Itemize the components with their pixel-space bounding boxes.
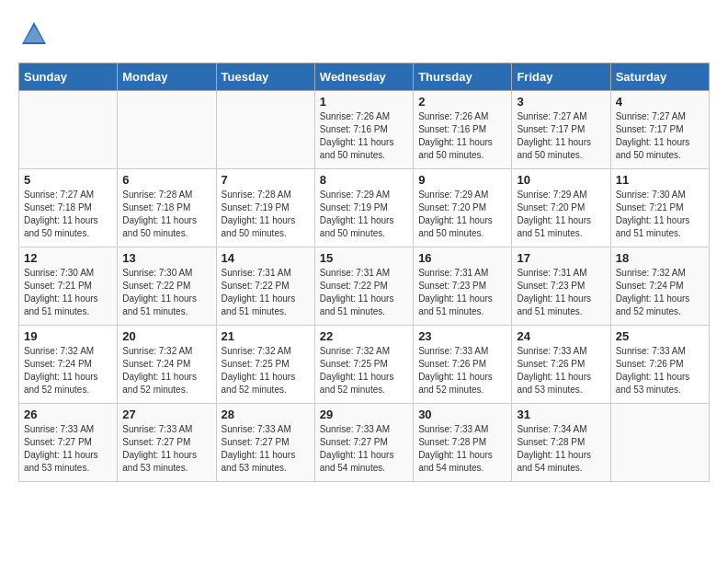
calendar-cell: 20Sunrise: 7:32 AMSunset: 7:24 PMDayligh…: [118, 326, 216, 404]
calendar-cell: 17Sunrise: 7:31 AMSunset: 7:23 PMDayligh…: [512, 247, 610, 326]
calendar-week-3: 12Sunrise: 7:30 AMSunset: 7:21 PMDayligh…: [19, 247, 710, 326]
calendar-cell: 27Sunrise: 7:33 AMSunset: 7:27 PMDayligh…: [118, 404, 216, 482]
calendar-cell: 16Sunrise: 7:31 AMSunset: 7:23 PMDayligh…: [414, 247, 512, 326]
calendar-cell: [118, 91, 216, 169]
weekday-saturday: Saturday: [610, 63, 709, 91]
day-info: Sunrise: 7:29 AMSunset: 7:20 PMDaylight:…: [517, 189, 605, 240]
calendar-cell: 2Sunrise: 7:26 AMSunset: 7:16 PMDaylight…: [414, 91, 512, 169]
day-number: 4: [616, 95, 704, 109]
calendar-cell: 7Sunrise: 7:28 AMSunset: 7:19 PMDaylight…: [216, 169, 314, 247]
day-info: Sunrise: 7:31 AMSunset: 7:23 PMDaylight:…: [517, 267, 605, 318]
day-info: Sunrise: 7:33 AMSunset: 7:26 PMDaylight:…: [616, 345, 704, 396]
day-info: Sunrise: 7:26 AMSunset: 7:16 PMDaylight:…: [418, 110, 506, 162]
calendar-cell: 22Sunrise: 7:32 AMSunset: 7:25 PMDayligh…: [314, 326, 413, 404]
day-info: Sunrise: 7:28 AMSunset: 7:18 PMDaylight:…: [122, 189, 210, 240]
day-number: 6: [122, 173, 210, 187]
day-number: 30: [418, 408, 506, 421]
calendar-cell: 25Sunrise: 7:33 AMSunset: 7:26 PMDayligh…: [610, 326, 709, 404]
weekday-thursday: Thursday: [414, 63, 512, 91]
logo: [18, 18, 53, 53]
day-number: 25: [616, 329, 704, 343]
day-info: Sunrise: 7:29 AMSunset: 7:19 PMDaylight:…: [320, 189, 408, 240]
day-info: Sunrise: 7:32 AMSunset: 7:24 PMDaylight:…: [24, 345, 112, 396]
calendar-cell: 11Sunrise: 7:30 AMSunset: 7:21 PMDayligh…: [610, 169, 709, 247]
day-info: Sunrise: 7:33 AMSunset: 7:27 PMDaylight:…: [320, 423, 408, 475]
weekday-sunday: Sunday: [19, 63, 118, 91]
calendar-table: SundayMondayTuesdayWednesdayThursdayFrid…: [18, 63, 710, 482]
calendar-week-2: 5Sunrise: 7:27 AMSunset: 7:18 PMDaylight…: [19, 169, 710, 247]
day-info: Sunrise: 7:32 AMSunset: 7:25 PMDaylight:…: [222, 345, 310, 396]
logo-icon: [18, 18, 50, 50]
day-info: Sunrise: 7:33 AMSunset: 7:27 PMDaylight:…: [24, 423, 112, 475]
calendar-body: 1Sunrise: 7:26 AMSunset: 7:16 PMDaylight…: [19, 91, 710, 482]
day-info: Sunrise: 7:32 AMSunset: 7:24 PMDaylight:…: [122, 345, 210, 396]
calendar-week-4: 19Sunrise: 7:32 AMSunset: 7:24 PMDayligh…: [19, 326, 710, 404]
day-number: 29: [320, 408, 408, 421]
calendar-cell: 30Sunrise: 7:33 AMSunset: 7:28 PMDayligh…: [414, 404, 512, 482]
day-info: Sunrise: 7:31 AMSunset: 7:22 PMDaylight:…: [222, 267, 310, 318]
day-number: 23: [418, 329, 506, 343]
day-number: 28: [222, 408, 310, 421]
day-info: Sunrise: 7:31 AMSunset: 7:22 PMDaylight:…: [320, 267, 408, 318]
day-info: Sunrise: 7:27 AMSunset: 7:18 PMDaylight:…: [24, 189, 112, 240]
day-number: 19: [24, 329, 112, 343]
svg-marker-1: [24, 26, 44, 42]
day-info: Sunrise: 7:27 AMSunset: 7:17 PMDaylight:…: [616, 110, 704, 162]
calendar-cell: 19Sunrise: 7:32 AMSunset: 7:24 PMDayligh…: [19, 326, 118, 404]
calendar-cell: 18Sunrise: 7:32 AMSunset: 7:24 PMDayligh…: [610, 247, 709, 326]
calendar-cell: 28Sunrise: 7:33 AMSunset: 7:27 PMDayligh…: [216, 404, 314, 482]
day-info: Sunrise: 7:26 AMSunset: 7:16 PMDaylight:…: [320, 110, 408, 162]
day-number: 20: [122, 329, 210, 343]
calendar-cell: 23Sunrise: 7:33 AMSunset: 7:26 PMDayligh…: [414, 326, 512, 404]
page-header: [18, 18, 710, 53]
calendar-cell: 6Sunrise: 7:28 AMSunset: 7:18 PMDaylight…: [118, 169, 216, 247]
day-info: Sunrise: 7:33 AMSunset: 7:26 PMDaylight:…: [418, 345, 506, 396]
day-number: 16: [418, 251, 506, 265]
day-info: Sunrise: 7:33 AMSunset: 7:26 PMDaylight:…: [517, 345, 605, 396]
day-number: 2: [418, 95, 506, 109]
calendar-cell: 10Sunrise: 7:29 AMSunset: 7:20 PMDayligh…: [512, 169, 610, 247]
day-number: 24: [517, 329, 605, 343]
day-info: Sunrise: 7:28 AMSunset: 7:19 PMDaylight:…: [222, 189, 310, 240]
day-info: Sunrise: 7:33 AMSunset: 7:27 PMDaylight:…: [222, 423, 310, 475]
day-number: 5: [24, 173, 112, 187]
calendar-cell: 24Sunrise: 7:33 AMSunset: 7:26 PMDayligh…: [512, 326, 610, 404]
day-number: 9: [418, 173, 506, 187]
day-number: 21: [222, 329, 310, 343]
day-info: Sunrise: 7:33 AMSunset: 7:27 PMDaylight:…: [122, 423, 210, 475]
day-info: Sunrise: 7:29 AMSunset: 7:20 PMDaylight:…: [418, 189, 506, 240]
day-info: Sunrise: 7:31 AMSunset: 7:23 PMDaylight:…: [418, 267, 506, 318]
calendar-cell: 1Sunrise: 7:26 AMSunset: 7:16 PMDaylight…: [314, 91, 413, 169]
day-number: 27: [122, 408, 210, 421]
weekday-wednesday: Wednesday: [314, 63, 413, 91]
calendar-cell: 4Sunrise: 7:27 AMSunset: 7:17 PMDaylight…: [610, 91, 709, 169]
day-number: 18: [616, 251, 704, 265]
day-info: Sunrise: 7:32 AMSunset: 7:25 PMDaylight:…: [320, 345, 408, 396]
day-number: 15: [320, 251, 408, 265]
day-info: Sunrise: 7:30 AMSunset: 7:21 PMDaylight:…: [616, 189, 704, 240]
day-info: Sunrise: 7:30 AMSunset: 7:21 PMDaylight:…: [24, 267, 112, 318]
day-number: 10: [517, 173, 605, 187]
weekday-header-row: SundayMondayTuesdayWednesdayThursdayFrid…: [19, 63, 710, 91]
day-number: 3: [517, 95, 605, 109]
day-number: 31: [517, 408, 605, 421]
day-number: 12: [24, 251, 112, 265]
calendar-cell: 31Sunrise: 7:34 AMSunset: 7:28 PMDayligh…: [512, 404, 610, 482]
day-number: 14: [222, 251, 310, 265]
weekday-tuesday: Tuesday: [216, 63, 314, 91]
calendar-cell: 8Sunrise: 7:29 AMSunset: 7:19 PMDaylight…: [314, 169, 413, 247]
calendar-cell: 29Sunrise: 7:33 AMSunset: 7:27 PMDayligh…: [314, 404, 413, 482]
day-number: 11: [616, 173, 704, 187]
calendar-week-5: 26Sunrise: 7:33 AMSunset: 7:27 PMDayligh…: [19, 404, 710, 482]
day-number: 17: [517, 251, 605, 265]
calendar-week-1: 1Sunrise: 7:26 AMSunset: 7:16 PMDaylight…: [19, 91, 710, 169]
day-number: 13: [122, 251, 210, 265]
calendar-cell: 26Sunrise: 7:33 AMSunset: 7:27 PMDayligh…: [19, 404, 118, 482]
calendar-header: SundayMondayTuesdayWednesdayThursdayFrid…: [19, 63, 710, 91]
day-number: 7: [222, 173, 310, 187]
calendar-cell: 14Sunrise: 7:31 AMSunset: 7:22 PMDayligh…: [216, 247, 314, 326]
calendar-cell: 5Sunrise: 7:27 AMSunset: 7:18 PMDaylight…: [19, 169, 118, 247]
day-info: Sunrise: 7:34 AMSunset: 7:28 PMDaylight:…: [517, 423, 605, 475]
day-number: 26: [24, 408, 112, 421]
calendar-cell: 3Sunrise: 7:27 AMSunset: 7:17 PMDaylight…: [512, 91, 610, 169]
